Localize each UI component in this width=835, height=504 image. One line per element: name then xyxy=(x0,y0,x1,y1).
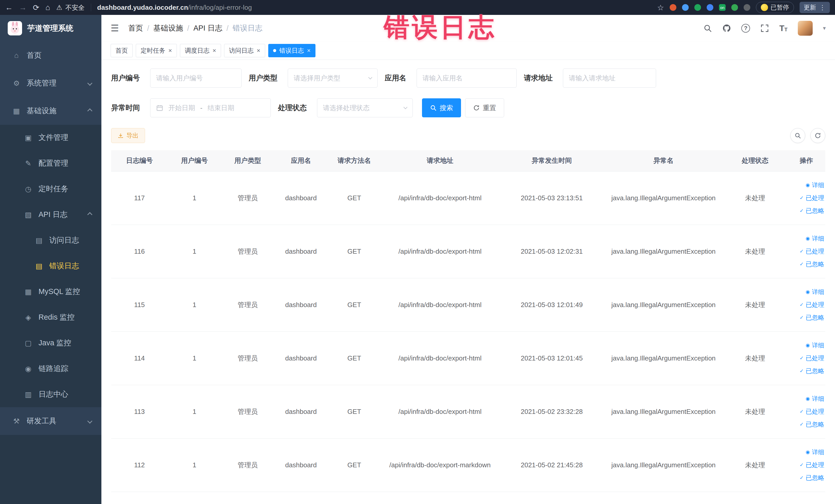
close-icon[interactable]: × xyxy=(307,47,311,54)
avatar[interactable] xyxy=(798,21,813,36)
check-icon: ✓ xyxy=(799,245,804,258)
address-bar[interactable]: dashboard.yudao.iocoder.cn/infra/log/api… xyxy=(97,4,651,12)
detail-link[interactable]: ◉详细 xyxy=(790,339,824,352)
sidebar-item-scheduled-tasks[interactable]: ◷定时任务 xyxy=(0,176,101,202)
paused-chip[interactable]: 已暂停 xyxy=(756,2,794,13)
security-chip[interactable]: ⚠ 不安全 xyxy=(56,3,84,12)
tab-schedule-logs[interactable]: 调度日志× xyxy=(180,44,221,57)
mark-processed-link[interactable]: ✓已处理 xyxy=(790,352,824,365)
cell-app-name: dashboard xyxy=(274,225,328,278)
extension-icon[interactable] xyxy=(744,4,750,11)
reset-button[interactable]: 重置 xyxy=(465,98,504,117)
refresh-button[interactable] xyxy=(810,128,825,143)
chevron-down-icon xyxy=(368,75,372,79)
action-label: 已处理 xyxy=(806,352,824,365)
extension-on-badge[interactable]: on xyxy=(719,4,726,11)
close-icon[interactable]: × xyxy=(257,47,260,54)
process-status-select[interactable]: 请选择处理状态 xyxy=(317,98,413,117)
mark-ignored-link[interactable]: ✓已忽略 xyxy=(790,204,824,217)
mark-ignored-link[interactable]: ✓已忽略 xyxy=(790,471,824,484)
sidebar: 芋道管理系统 ⌂首页⚙系统管理▦基础设施▣文件管理✎配置管理◷定时任务▧API … xyxy=(0,15,101,504)
extension-icon[interactable] xyxy=(707,4,713,11)
user-id-input[interactable] xyxy=(150,68,242,87)
user-type-select[interactable]: 请选择用户类型 xyxy=(288,68,378,87)
tab-home[interactable]: 首页 xyxy=(110,44,133,57)
forward-icon[interactable]: → xyxy=(19,3,27,12)
sidebar-item-redis-monitor[interactable]: ◈Redis 监控 xyxy=(0,304,101,330)
help-icon[interactable]: ? xyxy=(741,24,750,33)
cell-exception-time: 2021-05-03 12:01:49 xyxy=(499,278,604,331)
exception-time-range-input[interactable]: 开始日期 - 结束日期 xyxy=(150,98,271,117)
sidebar-item-dev-tools[interactable]: ⚒研发工具 xyxy=(0,407,101,435)
sidebar-item-home[interactable]: ⌂首页 xyxy=(0,42,101,69)
detail-link[interactable]: ◉详细 xyxy=(790,179,824,191)
tab-access-logs[interactable]: 访问日志× xyxy=(224,44,265,57)
extension-icon[interactable] xyxy=(670,4,676,11)
back-icon[interactable]: ← xyxy=(5,3,13,12)
sidebar-item-java-monitor[interactable]: ▢Java 监控 xyxy=(0,330,101,356)
breadcrumb-item[interactable]: 首页 xyxy=(128,23,143,33)
mark-processed-link[interactable]: ✓已处理 xyxy=(790,191,824,204)
mark-processed-link[interactable]: ✓已处理 xyxy=(790,245,824,258)
tab-scheduled-tasks[interactable]: 定时任务× xyxy=(136,44,177,57)
request-url-input[interactable] xyxy=(563,68,656,87)
export-button[interactable]: 导出 xyxy=(111,128,145,143)
sidebar-item-infrastructure[interactable]: ▦基础设施 xyxy=(0,97,101,125)
column-header: 应用名 xyxy=(274,150,328,171)
column-header: 异常发生时间 xyxy=(499,150,604,171)
start-date-placeholder: 开始日期 xyxy=(168,103,195,113)
close-icon[interactable]: × xyxy=(168,47,172,54)
mark-processed-link[interactable]: ✓已处理 xyxy=(790,405,824,418)
browser-home-icon[interactable]: ⌂ xyxy=(45,3,50,12)
breadcrumb-item[interactable]: API 日志 xyxy=(193,23,222,33)
sidebar-item-system-management[interactable]: ⚙系统管理 xyxy=(0,69,101,97)
sidebar-item-mysql-monitor[interactable]: ▦MySQL 监控 xyxy=(0,279,101,304)
close-icon[interactable]: × xyxy=(212,47,216,54)
toggle-search-button[interactable] xyxy=(790,128,805,143)
github-icon[interactable] xyxy=(722,24,731,33)
mark-ignored-link[interactable]: ✓已忽略 xyxy=(790,418,824,431)
detail-link[interactable]: ◉详细 xyxy=(790,232,824,245)
cell-actions: ◉详细✓已处理✓已忽略 xyxy=(788,438,825,492)
cell-actions: ◉详细✓已处理✓已忽略 xyxy=(788,171,825,225)
cell-exception-name: java.lang.IllegalArgumentException xyxy=(604,225,722,278)
sidebar-item-access-logs[interactable]: ▤访问日志 xyxy=(0,227,101,253)
detail-link[interactable]: ◉详细 xyxy=(790,285,824,298)
cell-exception-time: 2021-05-02 21:45:28 xyxy=(499,438,604,492)
breadcrumb-item[interactable]: 基础设施 xyxy=(153,23,183,33)
mark-processed-link[interactable]: ✓已处理 xyxy=(790,298,824,311)
fullscreen-icon[interactable] xyxy=(760,24,769,33)
font-size-icon[interactable]: TT xyxy=(779,24,788,32)
extension-icon[interactable] xyxy=(694,4,701,11)
logo[interactable]: 芋道管理系统 xyxy=(0,15,101,42)
sidebar-item-log-center[interactable]: ▥日志中心 xyxy=(0,382,101,407)
sidebar-item-link-trace[interactable]: ◉链路追踪 xyxy=(0,356,101,382)
sidebar-item-api-logs[interactable]: ▧API 日志 xyxy=(0,202,101,227)
mark-ignored-link[interactable]: ✓已忽略 xyxy=(790,311,824,324)
user-id-label: 用户编号 xyxy=(111,73,140,83)
cell-log-id: 115 xyxy=(111,278,168,331)
sidebar-item-label: 定时任务 xyxy=(39,184,68,194)
sidebar-item-label: Java 监控 xyxy=(39,338,71,348)
kebab-menu-icon[interactable]: ⋮ xyxy=(819,4,826,12)
search-button[interactable]: 搜索 xyxy=(422,98,461,117)
mark-ignored-link[interactable]: ✓已忽略 xyxy=(790,258,824,270)
extension-icon[interactable] xyxy=(682,4,689,11)
hamburger-icon[interactable]: ☰ xyxy=(110,23,119,34)
sidebar-item-config-management[interactable]: ✎配置管理 xyxy=(0,150,101,176)
extension-icon[interactable] xyxy=(731,4,738,11)
detail-link[interactable]: ◉详细 xyxy=(790,446,824,459)
caret-down-icon[interactable]: ▾ xyxy=(823,25,826,32)
sidebar-item-error-logs[interactable]: ▤错误日志 xyxy=(0,253,101,279)
app-name-input[interactable] xyxy=(416,68,517,87)
sidebar-item-label: 错误日志 xyxy=(49,261,79,271)
mark-processed-link[interactable]: ✓已处理 xyxy=(790,459,824,471)
search-icon[interactable] xyxy=(703,24,712,33)
reload-icon[interactable]: ⟳ xyxy=(33,3,39,12)
sidebar-item-file-management[interactable]: ▣文件管理 xyxy=(0,125,101,150)
detail-link[interactable]: ◉详细 xyxy=(790,392,824,405)
bookmark-star-icon[interactable]: ☆ xyxy=(657,3,664,12)
browser-update-button[interactable]: 更新 ⋮ xyxy=(799,2,830,13)
tab-error-logs[interactable]: 错误日志× xyxy=(268,44,315,57)
mark-ignored-link[interactable]: ✓已忽略 xyxy=(790,365,824,378)
